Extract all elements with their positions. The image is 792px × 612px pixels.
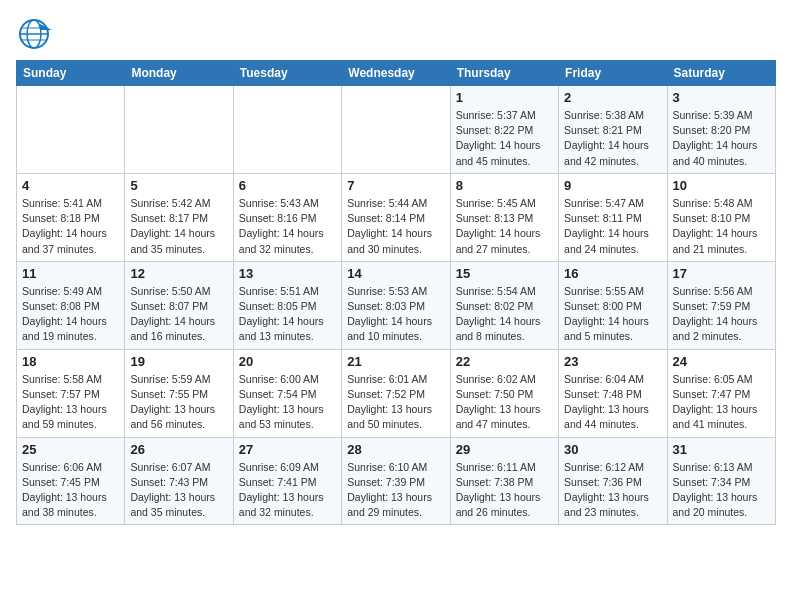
calendar-cell <box>233 86 341 174</box>
day-info: Sunrise: 5:44 AMSunset: 8:14 PMDaylight:… <box>347 196 444 257</box>
day-number: 13 <box>239 266 336 281</box>
calendar-cell: 21Sunrise: 6:01 AMSunset: 7:52 PMDayligh… <box>342 349 450 437</box>
day-number: 3 <box>673 90 770 105</box>
calendar-header: SundayMondayTuesdayWednesdayThursdayFrid… <box>17 61 776 86</box>
day-number: 27 <box>239 442 336 457</box>
day-number: 21 <box>347 354 444 369</box>
day-info: Sunrise: 6:12 AMSunset: 7:36 PMDaylight:… <box>564 460 661 521</box>
calendar-cell: 6Sunrise: 5:43 AMSunset: 8:16 PMDaylight… <box>233 173 341 261</box>
calendar-cell: 24Sunrise: 6:05 AMSunset: 7:47 PMDayligh… <box>667 349 775 437</box>
calendar-week: 4Sunrise: 5:41 AMSunset: 8:18 PMDaylight… <box>17 173 776 261</box>
day-info: Sunrise: 5:41 AMSunset: 8:18 PMDaylight:… <box>22 196 119 257</box>
day-info: Sunrise: 5:39 AMSunset: 8:20 PMDaylight:… <box>673 108 770 169</box>
day-info: Sunrise: 5:37 AMSunset: 8:22 PMDaylight:… <box>456 108 553 169</box>
day-number: 5 <box>130 178 227 193</box>
weekday-header: Sunday <box>17 61 125 86</box>
day-info: Sunrise: 5:47 AMSunset: 8:11 PMDaylight:… <box>564 196 661 257</box>
day-info: Sunrise: 5:54 AMSunset: 8:02 PMDaylight:… <box>456 284 553 345</box>
calendar-cell: 16Sunrise: 5:55 AMSunset: 8:00 PMDayligh… <box>559 261 667 349</box>
calendar-cell: 3Sunrise: 5:39 AMSunset: 8:20 PMDaylight… <box>667 86 775 174</box>
day-info: Sunrise: 5:42 AMSunset: 8:17 PMDaylight:… <box>130 196 227 257</box>
day-number: 31 <box>673 442 770 457</box>
calendar-cell: 19Sunrise: 5:59 AMSunset: 7:55 PMDayligh… <box>125 349 233 437</box>
calendar-week: 25Sunrise: 6:06 AMSunset: 7:45 PMDayligh… <box>17 437 776 525</box>
day-info: Sunrise: 5:58 AMSunset: 7:57 PMDaylight:… <box>22 372 119 433</box>
day-number: 7 <box>347 178 444 193</box>
day-number: 25 <box>22 442 119 457</box>
day-info: Sunrise: 6:01 AMSunset: 7:52 PMDaylight:… <box>347 372 444 433</box>
calendar-cell: 20Sunrise: 6:00 AMSunset: 7:54 PMDayligh… <box>233 349 341 437</box>
day-number: 2 <box>564 90 661 105</box>
day-number: 16 <box>564 266 661 281</box>
calendar-week: 18Sunrise: 5:58 AMSunset: 7:57 PMDayligh… <box>17 349 776 437</box>
calendar-cell: 25Sunrise: 6:06 AMSunset: 7:45 PMDayligh… <box>17 437 125 525</box>
calendar-cell: 18Sunrise: 5:58 AMSunset: 7:57 PMDayligh… <box>17 349 125 437</box>
calendar-cell: 13Sunrise: 5:51 AMSunset: 8:05 PMDayligh… <box>233 261 341 349</box>
day-number: 1 <box>456 90 553 105</box>
calendar-cell: 23Sunrise: 6:04 AMSunset: 7:48 PMDayligh… <box>559 349 667 437</box>
calendar-cell: 7Sunrise: 5:44 AMSunset: 8:14 PMDaylight… <box>342 173 450 261</box>
day-info: Sunrise: 5:51 AMSunset: 8:05 PMDaylight:… <box>239 284 336 345</box>
calendar-cell: 30Sunrise: 6:12 AMSunset: 7:36 PMDayligh… <box>559 437 667 525</box>
day-number: 23 <box>564 354 661 369</box>
calendar-week: 1Sunrise: 5:37 AMSunset: 8:22 PMDaylight… <box>17 86 776 174</box>
logo-icon <box>16 16 52 52</box>
day-info: Sunrise: 6:07 AMSunset: 7:43 PMDaylight:… <box>130 460 227 521</box>
day-info: Sunrise: 6:05 AMSunset: 7:47 PMDaylight:… <box>673 372 770 433</box>
calendar-cell: 17Sunrise: 5:56 AMSunset: 7:59 PMDayligh… <box>667 261 775 349</box>
day-number: 4 <box>22 178 119 193</box>
day-number: 26 <box>130 442 227 457</box>
day-info: Sunrise: 6:11 AMSunset: 7:38 PMDaylight:… <box>456 460 553 521</box>
day-info: Sunrise: 5:45 AMSunset: 8:13 PMDaylight:… <box>456 196 553 257</box>
calendar-cell <box>125 86 233 174</box>
day-number: 18 <box>22 354 119 369</box>
day-info: Sunrise: 6:02 AMSunset: 7:50 PMDaylight:… <box>456 372 553 433</box>
calendar-cell: 10Sunrise: 5:48 AMSunset: 8:10 PMDayligh… <box>667 173 775 261</box>
calendar-cell: 29Sunrise: 6:11 AMSunset: 7:38 PMDayligh… <box>450 437 558 525</box>
weekday-header: Tuesday <box>233 61 341 86</box>
day-info: Sunrise: 5:48 AMSunset: 8:10 PMDaylight:… <box>673 196 770 257</box>
calendar-cell: 2Sunrise: 5:38 AMSunset: 8:21 PMDaylight… <box>559 86 667 174</box>
page-header <box>16 16 776 52</box>
day-number: 30 <box>564 442 661 457</box>
day-number: 19 <box>130 354 227 369</box>
day-info: Sunrise: 5:49 AMSunset: 8:08 PMDaylight:… <box>22 284 119 345</box>
calendar-cell: 1Sunrise: 5:37 AMSunset: 8:22 PMDaylight… <box>450 86 558 174</box>
day-info: Sunrise: 5:59 AMSunset: 7:55 PMDaylight:… <box>130 372 227 433</box>
day-number: 29 <box>456 442 553 457</box>
weekday-row: SundayMondayTuesdayWednesdayThursdayFrid… <box>17 61 776 86</box>
calendar-cell: 22Sunrise: 6:02 AMSunset: 7:50 PMDayligh… <box>450 349 558 437</box>
calendar-cell: 15Sunrise: 5:54 AMSunset: 8:02 PMDayligh… <box>450 261 558 349</box>
day-info: Sunrise: 5:43 AMSunset: 8:16 PMDaylight:… <box>239 196 336 257</box>
calendar-cell: 11Sunrise: 5:49 AMSunset: 8:08 PMDayligh… <box>17 261 125 349</box>
calendar-cell: 9Sunrise: 5:47 AMSunset: 8:11 PMDaylight… <box>559 173 667 261</box>
calendar-cell: 31Sunrise: 6:13 AMSunset: 7:34 PMDayligh… <box>667 437 775 525</box>
calendar-cell: 8Sunrise: 5:45 AMSunset: 8:13 PMDaylight… <box>450 173 558 261</box>
day-number: 6 <box>239 178 336 193</box>
day-info: Sunrise: 6:00 AMSunset: 7:54 PMDaylight:… <box>239 372 336 433</box>
weekday-header: Saturday <box>667 61 775 86</box>
weekday-header: Friday <box>559 61 667 86</box>
day-info: Sunrise: 5:38 AMSunset: 8:21 PMDaylight:… <box>564 108 661 169</box>
day-number: 12 <box>130 266 227 281</box>
calendar-week: 11Sunrise: 5:49 AMSunset: 8:08 PMDayligh… <box>17 261 776 349</box>
day-number: 10 <box>673 178 770 193</box>
day-number: 15 <box>456 266 553 281</box>
day-info: Sunrise: 5:50 AMSunset: 8:07 PMDaylight:… <box>130 284 227 345</box>
calendar-cell: 4Sunrise: 5:41 AMSunset: 8:18 PMDaylight… <box>17 173 125 261</box>
day-number: 9 <box>564 178 661 193</box>
weekday-header: Monday <box>125 61 233 86</box>
calendar-cell: 27Sunrise: 6:09 AMSunset: 7:41 PMDayligh… <box>233 437 341 525</box>
weekday-header: Wednesday <box>342 61 450 86</box>
day-number: 8 <box>456 178 553 193</box>
day-number: 24 <box>673 354 770 369</box>
day-info: Sunrise: 5:55 AMSunset: 8:00 PMDaylight:… <box>564 284 661 345</box>
calendar-cell: 14Sunrise: 5:53 AMSunset: 8:03 PMDayligh… <box>342 261 450 349</box>
day-info: Sunrise: 6:06 AMSunset: 7:45 PMDaylight:… <box>22 460 119 521</box>
day-info: Sunrise: 6:10 AMSunset: 7:39 PMDaylight:… <box>347 460 444 521</box>
calendar-cell: 5Sunrise: 5:42 AMSunset: 8:17 PMDaylight… <box>125 173 233 261</box>
day-info: Sunrise: 5:53 AMSunset: 8:03 PMDaylight:… <box>347 284 444 345</box>
day-number: 14 <box>347 266 444 281</box>
calendar-body: 1Sunrise: 5:37 AMSunset: 8:22 PMDaylight… <box>17 86 776 525</box>
day-number: 22 <box>456 354 553 369</box>
